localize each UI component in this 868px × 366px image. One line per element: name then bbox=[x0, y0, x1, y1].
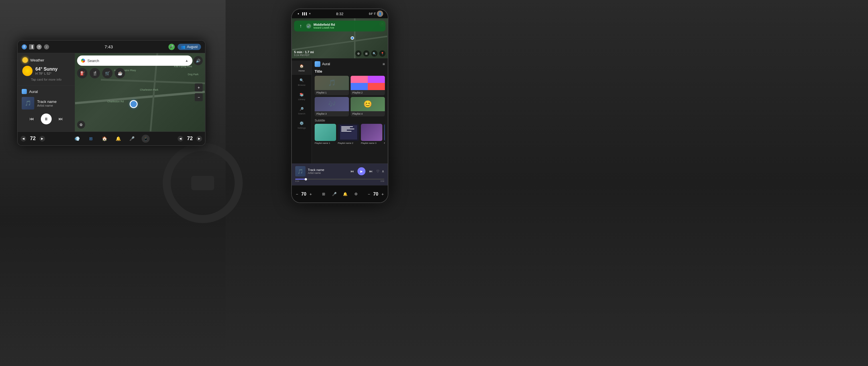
aa-prev-button[interactable]: ⏮ bbox=[28, 115, 36, 123]
playlist-item-4[interactable]: 😊 Playlist 4 bbox=[351, 97, 385, 116]
aa-next-button[interactable]: ⏭ bbox=[57, 115, 65, 123]
sidebar-item-settings[interactable]: ⚙️ Settings bbox=[292, 118, 311, 132]
phone-bottom-bell-icon[interactable]: 🔔 bbox=[342, 191, 349, 198]
aa-map-settings[interactable]: ⚙ bbox=[77, 121, 85, 129]
phone-np-album-art: 🎵 bbox=[295, 166, 306, 176]
phone-bottom-grid-icon[interactable]: ⊞ bbox=[320, 191, 327, 198]
phone-bottom-settings-icon[interactable]: ⚙ bbox=[352, 191, 360, 198]
phone-nav-pin-icon[interactable]: 📍 bbox=[379, 50, 385, 57]
aa-map-cart-icon[interactable]: 🛒 bbox=[102, 68, 113, 78]
aa-mic-icon: 🎤 bbox=[168, 44, 175, 50]
phone-np-total-time: 3:32 bbox=[380, 180, 384, 182]
phone-temp-decrease-left[interactable]: − bbox=[294, 192, 299, 196]
phone-aural-header: Aural ≡ bbox=[315, 61, 385, 67]
phone-np-prev[interactable]: ⏮ bbox=[349, 168, 355, 174]
aa-map-coffee-icon[interactable]: ☕ bbox=[115, 68, 125, 78]
aa-weather-title: Weather bbox=[30, 58, 44, 62]
left-panel: B ▐ ☀ ♪ 7:43 🎤 👥 August bbox=[0, 0, 225, 366]
phone-np-progress-bar[interactable] bbox=[295, 179, 384, 179]
phone-np-play[interactable]: ▶ bbox=[358, 167, 366, 175]
map-zoom-out[interactable]: − bbox=[195, 93, 203, 101]
google-logo-icon bbox=[81, 59, 85, 63]
nav-toward: toward Lowell Ave bbox=[313, 26, 335, 29]
phone-np-expand[interactable]: ∧ bbox=[382, 169, 384, 173]
phone-signal-icon: ▐▐▐ bbox=[302, 12, 306, 16]
phone-section-title: Title bbox=[315, 69, 385, 74]
aa-track-info: 🎵 Track name Artist name bbox=[22, 97, 71, 110]
subtitle-thumb-4 bbox=[384, 124, 385, 141]
playlist-item-3[interactable]: 🎶 Playlist 3 bbox=[315, 97, 349, 116]
android-auto-screen: B ▐ ☀ ♪ 7:43 🎤 👥 August bbox=[17, 40, 206, 146]
aa-weather-header: Weather bbox=[22, 57, 70, 63]
aa-map-food-icon[interactable]: 🍴 bbox=[90, 68, 100, 78]
aa-user-button[interactable]: 👥 August bbox=[178, 44, 201, 50]
phone-bottom-mic-icon[interactable]: 🎤 bbox=[331, 191, 338, 198]
subtitle-label-2: Playlist name 2 bbox=[338, 142, 359, 145]
playlist-item-1[interactable]: 🎵 Playlist 1 bbox=[315, 76, 349, 95]
playlist-item-2[interactable]: Playlist 2 bbox=[351, 76, 385, 95]
phone-np-next[interactable]: ⏭ bbox=[368, 168, 374, 174]
phone-nav-search-icon[interactable]: 🔍 bbox=[371, 50, 377, 57]
aa-nav-home[interactable]: ⊞ bbox=[87, 135, 95, 143]
phone-playlists-grid: 🎵 Playlist 1 Playlist 2 bbox=[315, 76, 385, 116]
phone-aural-left: Aural bbox=[315, 61, 330, 67]
signal-icon: ▐ bbox=[29, 44, 34, 50]
phone-nav-card[interactable]: ↑ 🔊 Middlefield Rd toward Lowell Ave ✕ 5… bbox=[292, 18, 388, 58]
aa-weather-main: 64° Sunny H 78° L 52° bbox=[22, 66, 70, 76]
aa-weather-card[interactable]: Weather 64° Sunny H 78° L 52° Tap card f… bbox=[18, 53, 75, 85]
aa-user-icon: 👥 bbox=[181, 45, 185, 49]
aa-nav-phone[interactable]: 📱 bbox=[142, 135, 150, 143]
phone-np-controls: ⏮ ▶ ⏭ ♡ ∧ bbox=[349, 167, 384, 175]
aa-pause-button[interactable]: ⏸ bbox=[41, 114, 52, 124]
bluetooth-icon: B bbox=[22, 44, 27, 50]
phone-np-heart[interactable]: ♡ bbox=[376, 169, 379, 173]
search-collapse-icon[interactable]: ▲ bbox=[185, 59, 188, 63]
brightness-icon: ☀ bbox=[36, 44, 42, 50]
subtitle-thumb-3 bbox=[361, 124, 382, 141]
phone-np-progress-container[interactable]: 0:24 3:32 bbox=[295, 178, 384, 182]
phone-nav-settings-icon[interactable]: ⚙ bbox=[355, 50, 362, 57]
subtitle-item-3[interactable]: Playlist name 3 bbox=[361, 124, 382, 145]
map-label-charlestonpark: Charleston Park bbox=[140, 88, 158, 91]
temp-decrease-left[interactable]: ◀ bbox=[21, 136, 26, 142]
steering-wheel bbox=[163, 143, 243, 223]
phone-temp-decrease-right[interactable]: − bbox=[367, 192, 371, 196]
aa-music-card[interactable]: Aural 🎵 Track name Artist name ⏮ ⏸ ⏭ bbox=[18, 85, 75, 132]
aa-map-volume[interactable]: 🔊 bbox=[194, 56, 203, 65]
subtitle-item-2[interactable]: Playlist name 2 bbox=[338, 124, 359, 145]
phone-nav-icons: ⚙ ⊞ 🔍 📍 bbox=[355, 50, 385, 57]
aa-map-fuel-icon[interactable]: ⛽ bbox=[77, 68, 87, 78]
subtitle-item-4[interactable]: Playlist name 4 bbox=[384, 124, 385, 145]
temp-increase-right[interactable]: ▶ bbox=[196, 136, 202, 142]
aa-map[interactable]: Amphitheatre Pkwy Charleston Rd Kite Fly… bbox=[75, 53, 205, 132]
sidebar-item-library[interactable]: 📚 Library bbox=[292, 89, 311, 104]
phone-temp-increase-left[interactable]: + bbox=[308, 192, 313, 196]
aa-nav-home2[interactable]: 🏠 bbox=[100, 135, 108, 143]
subtitle-item-1[interactable]: Playlist name 1 bbox=[315, 124, 336, 145]
sidebar-library-label: Library bbox=[298, 98, 305, 101]
aa-music-app-name: Aural bbox=[29, 89, 38, 94]
phone-queue-icon[interactable]: ≡ bbox=[382, 62, 385, 66]
temp-increase-left[interactable]: ▶ bbox=[39, 136, 45, 142]
aa-search-bar[interactable]: Search ▲ bbox=[77, 55, 192, 66]
aa-track-name: Track name bbox=[37, 100, 57, 104]
nav-eta-sub: 5:24 PM PDT bbox=[294, 54, 314, 57]
playlist-thumb-4: 😊 bbox=[351, 97, 385, 111]
map-zoom-in[interactable]: + bbox=[195, 84, 203, 91]
temp-decrease-right[interactable]: ◀ bbox=[178, 136, 183, 142]
playlist-label-4: Playlist 4 bbox=[351, 111, 385, 116]
sidebar-item-home[interactable]: 🏠 Home bbox=[292, 61, 311, 75]
aa-music-header: Aural bbox=[22, 89, 71, 94]
aa-nav-mic[interactable]: 🎤 bbox=[128, 135, 136, 143]
subtitle-label-1: Playlist name 1 bbox=[315, 142, 336, 145]
phone-nav-layers-icon[interactable]: ⊞ bbox=[363, 50, 369, 57]
sidebar-item-search[interactable]: 🔎 Search bbox=[292, 104, 311, 118]
aa-nav-bell[interactable]: 🔔 bbox=[114, 135, 122, 143]
phone-np-track: 🎵 Track name Artist name ⏮ ▶ ⏭ ♡ ∧ bbox=[295, 166, 384, 176]
sidebar-item-browse[interactable]: 🔍 Browse bbox=[292, 75, 311, 89]
nav-speaker-icon[interactable]: 🔊 bbox=[306, 24, 311, 29]
phone-temp-increase-right[interactable]: + bbox=[380, 192, 385, 196]
phone-now-playing[interactable]: 🎵 Track name Artist name ⏮ ▶ ⏭ ♡ ∧ bbox=[292, 164, 388, 185]
aa-nav-fan[interactable]: 💨 bbox=[73, 135, 81, 143]
phone-nav-bottom-bar: 5 min · 1.7 mi 5:24 PM PDT ⚙ ⊞ 🔍 📍 bbox=[294, 50, 385, 57]
